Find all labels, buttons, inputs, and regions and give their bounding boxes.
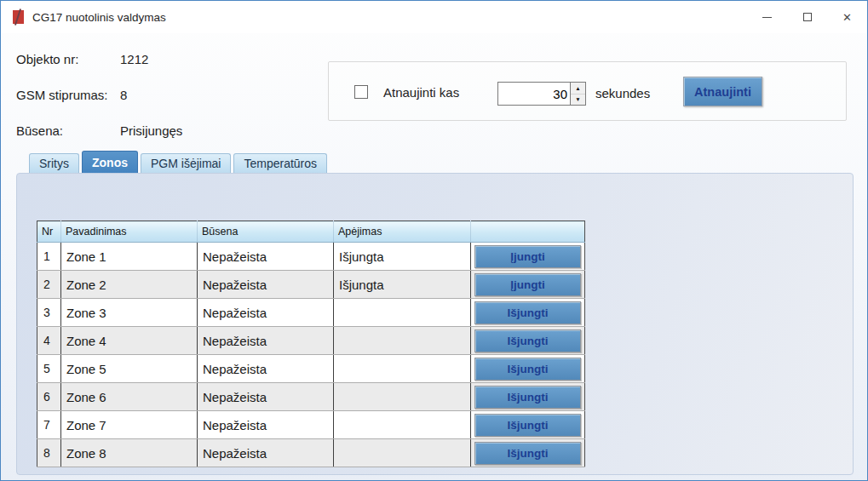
zone-action-button[interactable]: Išjungti bbox=[474, 386, 581, 409]
zone-status: Nepažeista bbox=[198, 299, 334, 327]
tab-temperaturos[interactable]: Temperatūros bbox=[233, 153, 327, 173]
zone-status: Nepažeista bbox=[198, 439, 334, 467]
zone-number: 1 bbox=[37, 243, 61, 271]
zone-action-button[interactable]: Išjungti bbox=[474, 329, 581, 352]
column-header-apejimas: Apėjimas bbox=[334, 221, 471, 243]
zone-number: 3 bbox=[37, 299, 61, 327]
zone-number: 7 bbox=[37, 411, 61, 439]
zone-name: Zone 6 bbox=[61, 383, 198, 411]
table-row: 6Zone 6NepažeistaIšjungti bbox=[37, 383, 585, 411]
zones-table-body: 1Zone 1NepažeistaIšjungtaĮjungti2Zone 2N… bbox=[37, 243, 585, 467]
zone-status: Nepažeista bbox=[198, 411, 334, 439]
zone-action-cell: Įjungti bbox=[471, 271, 585, 299]
column-header-nr: Nr bbox=[37, 221, 61, 243]
table-row: 4Zone 4NepažeistaIšjungti bbox=[37, 327, 585, 355]
gsm-strength-row: GSM stiprumas:8 bbox=[16, 88, 127, 102]
auto-refresh-groupbox: Atnaujinti kas ▲ ▼ sekundes Atnaujinti bbox=[328, 61, 847, 121]
window-title: CG17 nuotolinis valdymas bbox=[32, 11, 166, 24]
zone-name: Zone 1 bbox=[61, 243, 198, 271]
window-controls: ✕ bbox=[747, 1, 867, 33]
zone-bypass bbox=[334, 411, 471, 439]
tab-bar: Sritys Zonos PGM išėjimai Temperatūros bbox=[29, 151, 327, 173]
zones-table: Nr Pavadinimas Būsena Apėjimas 1Zone 1Ne… bbox=[37, 220, 585, 467]
zone-name: Zone 5 bbox=[61, 355, 198, 383]
object-number-label: Objekto nr: bbox=[16, 52, 120, 66]
column-header-pavadinimas: Pavadinimas bbox=[61, 221, 198, 243]
zone-action-button[interactable]: Išjungti bbox=[474, 414, 581, 437]
zone-bypass bbox=[334, 355, 471, 383]
app-window: CG17 nuotolinis valdymas ✕ Objekto nr:12… bbox=[0, 0, 868, 481]
gsm-strength-value: 8 bbox=[120, 88, 127, 102]
zone-bypass bbox=[334, 439, 471, 467]
table-row: 5Zone 5NepažeistaIšjungti bbox=[37, 355, 585, 383]
zone-status: Nepažeista bbox=[198, 383, 334, 411]
zone-status: Nepažeista bbox=[198, 355, 334, 383]
zone-status: Nepažeista bbox=[198, 243, 334, 271]
seconds-label: sekundes bbox=[595, 86, 650, 100]
tab-pgm-isejimai[interactable]: PGM išėjimai bbox=[141, 153, 231, 173]
zone-action-cell: Išjungti bbox=[471, 411, 585, 439]
zone-number: 6 bbox=[37, 383, 61, 411]
minimize-button[interactable] bbox=[747, 1, 787, 33]
column-header-actions bbox=[471, 221, 585, 243]
gsm-strength-label: GSM stiprumas: bbox=[16, 88, 120, 102]
close-button[interactable]: ✕ bbox=[827, 1, 867, 33]
zone-status: Nepažeista bbox=[198, 271, 334, 299]
zone-action-cell: Išjungti bbox=[471, 383, 585, 411]
auto-refresh-label: Atnaujinti kas bbox=[383, 85, 459, 100]
zone-action-cell: Išjungti bbox=[471, 439, 585, 467]
interval-spinner: ▲ ▼ bbox=[497, 82, 586, 106]
zone-number: 8 bbox=[37, 439, 61, 467]
zone-number: 4 bbox=[37, 327, 61, 355]
maximize-icon bbox=[803, 13, 812, 21]
table-row: 7Zone 7NepažeistaIšjungti bbox=[37, 411, 585, 439]
zone-action-cell: Išjungti bbox=[471, 327, 585, 355]
zone-name: Zone 4 bbox=[61, 327, 198, 355]
zone-number: 2 bbox=[37, 271, 61, 299]
object-number-row: Objekto nr:1212 bbox=[16, 52, 148, 66]
table-row: 8Zone 8NepažeistaIšjungti bbox=[37, 439, 585, 467]
spinner-buttons: ▲ ▼ bbox=[570, 83, 585, 105]
maximize-button[interactable] bbox=[787, 1, 827, 33]
tab-zonos[interactable]: Zonos bbox=[82, 151, 138, 173]
tab-sritys[interactable]: Sritys bbox=[29, 153, 79, 173]
zone-bypass bbox=[334, 299, 471, 327]
title-bar: CG17 nuotolinis valdymas ✕ bbox=[1, 1, 867, 33]
status-row: Būsena:Prisijungęs bbox=[16, 123, 182, 138]
spinner-down-button[interactable]: ▼ bbox=[571, 94, 585, 106]
object-number-value: 1212 bbox=[120, 52, 148, 66]
zone-action-button[interactable]: Išjungti bbox=[474, 301, 581, 324]
status-label: Būsena: bbox=[16, 123, 120, 138]
zone-name: Zone 3 bbox=[61, 299, 198, 327]
auto-refresh-checkbox[interactable] bbox=[354, 85, 368, 99]
table-header-row: Nr Pavadinimas Būsena Apėjimas bbox=[37, 221, 585, 243]
table-row: 3Zone 3NepažeistaIšjungti bbox=[37, 299, 585, 327]
zone-action-button[interactable]: Įjungti bbox=[474, 273, 581, 296]
zone-name: Zone 7 bbox=[61, 411, 198, 439]
zone-action-cell: Išjungti bbox=[471, 355, 585, 383]
zone-action-button[interactable]: Išjungti bbox=[474, 358, 581, 381]
table-row: 2Zone 2NepažeistaIšjungtaĮjungti bbox=[37, 271, 585, 299]
refresh-button[interactable]: Atnaujinti bbox=[683, 77, 762, 106]
zone-bypass bbox=[334, 383, 471, 411]
table-row: 1Zone 1NepažeistaIšjungtaĮjungti bbox=[37, 243, 585, 271]
column-header-busena: Būsena bbox=[198, 221, 334, 243]
interval-input[interactable] bbox=[498, 83, 570, 105]
zone-number: 5 bbox=[37, 355, 61, 383]
zone-name: Zone 2 bbox=[61, 271, 198, 299]
zone-action-cell: Išjungti bbox=[471, 299, 585, 327]
zone-bypass bbox=[334, 327, 471, 355]
zone-name: Zone 8 bbox=[61, 439, 198, 467]
zone-action-button[interactable]: Išjungti bbox=[474, 442, 581, 465]
zone-bypass: Išjungta bbox=[334, 271, 471, 299]
zone-action-button[interactable]: Įjungti bbox=[474, 245, 581, 268]
close-icon: ✕ bbox=[842, 11, 852, 24]
status-value: Prisijungęs bbox=[120, 123, 182, 138]
zone-action-cell: Įjungti bbox=[471, 243, 585, 271]
zone-status: Nepažeista bbox=[198, 327, 334, 355]
spinner-up-button[interactable]: ▲ bbox=[571, 83, 585, 94]
app-icon bbox=[13, 10, 24, 24]
zone-bypass: Išjungta bbox=[334, 243, 471, 271]
minimize-icon bbox=[762, 17, 772, 18]
